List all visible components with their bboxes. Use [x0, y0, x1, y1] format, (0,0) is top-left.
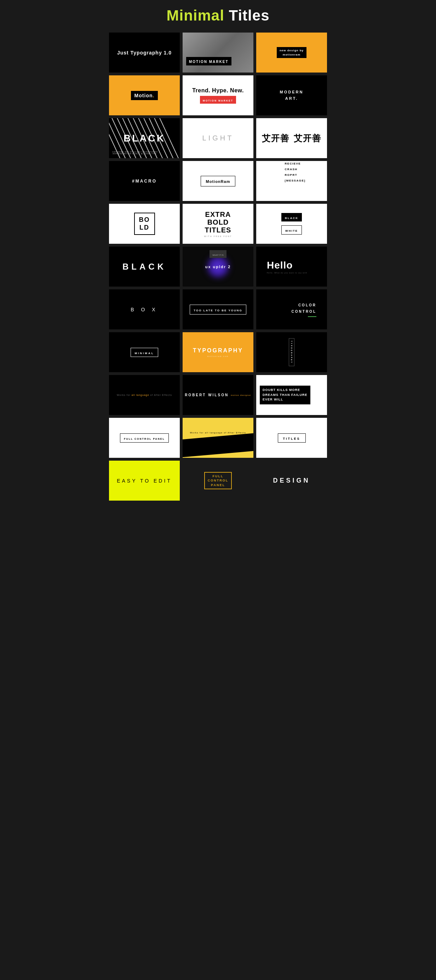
card-extra-bold[interactable]: EXTRABOLDTITLES WITH FREE FONT [183, 204, 253, 244]
card-crash-report[interactable]: RECIEVECRASHROPRT[MESSAGE] [256, 161, 327, 201]
card-minimal-bar[interactable]: MINIMAL [109, 332, 180, 372]
card-26-name: ROBERT WILSON [185, 393, 229, 397]
card-3-line2: motionram [280, 53, 304, 57]
card-vertical-text[interactable]: TYPOGRAPHY [256, 332, 327, 372]
card-23-text: TYPOGRAPHY [193, 347, 243, 354]
card-21-text: COLORCONTROL [291, 302, 317, 315]
card-14-text: EXTRABOLDTITLES [205, 210, 231, 234]
card-motionram-box[interactable]: MotionRam [183, 161, 253, 201]
card-15-white-text: WHITE [285, 229, 298, 232]
card-3-inner: new design by motionram [277, 47, 307, 58]
card-7-text: BLACK [124, 133, 165, 144]
card-design[interactable]: DESIGN [256, 461, 327, 501]
card-5-text: Trend. Hype. New. [192, 88, 244, 94]
card-too-late[interactable]: TOO LATE TO BE YOUNG [183, 290, 253, 329]
card-20-text: TOO LATE TO BE YOUNG [194, 309, 242, 312]
card-11-text: MotionRam [206, 179, 231, 184]
card-17-topbar-text: WHAT IT IS [212, 254, 223, 256]
card-13-text2: LD [139, 224, 150, 232]
card-2-text: MOTION MARKET [189, 60, 229, 64]
card-12-text: RECIEVECRASHROPRT[MESSAGE] [285, 161, 306, 184]
card-22-text: MINIMAL [134, 352, 154, 355]
card-30-text: TITLES [283, 437, 301, 441]
card-15-black-text: BLACK [285, 216, 298, 220]
card-4-text: Motion. [134, 93, 154, 99]
card-23-sub: motionram.com [207, 355, 229, 357]
card-ux-upldr[interactable]: WHAT IT IS ux upldr 2 [183, 247, 253, 286]
card-full-control-panel[interactable]: FULL CONTROL PANEL [109, 418, 180, 458]
card-28-inner: FULL CONTROL PANEL [120, 433, 169, 442]
card-robert-wilson[interactable]: ROBERT WILSON motion designer [183, 375, 253, 415]
card-trend-hype[interactable]: Trend. Hype. New. MOTION MARKET [183, 75, 253, 115]
card-3-line1: new design by [280, 48, 304, 52]
card-21-bar [308, 316, 317, 317]
card-typography-orange[interactable]: TYPOGRAPHY motionram.com [183, 332, 253, 372]
card-24-text: TYPOGRAPHY [291, 341, 293, 364]
card-27-inner: DOUBT KILLS MOREDREAMS THAN FAILUREEVER … [260, 386, 310, 404]
card-new-design[interactable]: new design by motionram [256, 33, 327, 73]
card-15-black: BLACK [282, 213, 302, 221]
card-6-text: MODERNART. [280, 89, 304, 102]
card-32-inner: FULLCONTROLPANEL [204, 472, 232, 490]
card-13-inner: BO LD [134, 213, 155, 235]
card-18-sub: Hello. What do you want to say with [267, 272, 307, 274]
card-doubt-kills[interactable]: DOUBT KILLS MOREDREAMS THAN FAILUREEVER … [256, 375, 327, 415]
card-easy-to-edit[interactable]: EASY TO EDIT [109, 461, 180, 501]
card-macro[interactable]: #MACRO [109, 161, 180, 201]
title-highlight: Minimal [167, 7, 224, 24]
card-27-text: DOUBT KILLS MOREDREAMS THAN FAILUREEVER … [263, 388, 307, 402]
card-16-text: BLACK [123, 262, 166, 272]
card-13-text1: BO [139, 216, 150, 224]
card-26-role: motion designer [231, 394, 251, 396]
card-24-inner: TYPOGRAPHY [289, 338, 294, 366]
card-25-highlight: all language [132, 394, 150, 396]
card-10-text: #MACRO [132, 179, 157, 184]
card-28-text: FULL CONTROL PANEL [124, 438, 165, 440]
card-30-inner: TITLES [278, 433, 306, 442]
card-18-text: Hello [267, 260, 293, 271]
card-bold-box[interactable]: BO LD [109, 204, 180, 244]
card-15-white: WHITE [282, 225, 302, 235]
card-black-big[interactable]: BLACK [109, 247, 180, 286]
card-9-char2: 艾开善 [294, 133, 321, 144]
title-normal: Titles [229, 7, 270, 24]
card-full-control-box[interactable]: FULLCONTROLPANEL [183, 461, 253, 501]
card-14-sub: WITH FREE FONT [204, 235, 232, 237]
card-20-inner: TOO LATE TO BE YOUNG [190, 305, 246, 315]
card-9-char1: 艾开善 [262, 133, 290, 144]
card-17-text: ux upldr 2 [205, 265, 231, 269]
card-all-language[interactable]: Works for all language of After Effects [109, 375, 180, 415]
card-31-text: EASY TO EDIT [117, 478, 172, 484]
card-black-white-bars[interactable]: BLACK WHITE [256, 204, 327, 244]
card-32-text: FULLCONTROLPANEL [208, 474, 229, 487]
card-hello[interactable]: Hello Hello. What do you want to say wit… [256, 247, 327, 286]
card-light[interactable]: LIGHT [183, 118, 253, 158]
card-33-text: DESIGN [273, 477, 310, 484]
card-titles-box[interactable]: TITLES [256, 418, 327, 458]
card-2-overlay: MOTION MARKET [186, 57, 231, 65]
card-19-text: B O X [130, 307, 158, 312]
card-7-subtext: EXPLORING NEW STYLE AND CONTEMPORARYINSP… [113, 151, 158, 154]
page-title: Minimal Titles [167, 7, 270, 24]
card-29-text: Works for all language of After Effects [190, 432, 246, 444]
card-just-typography[interactable]: Just Typography 1.0 [109, 33, 180, 73]
card-1-text: Just Typography 1.0 [117, 50, 172, 56]
card-color-control[interactable]: COLORCONTROL [256, 290, 327, 329]
card-grid: Just Typography 1.0 MOTION MARKET new de… [109, 33, 327, 501]
card-17-topbar: WHAT IT IS [210, 250, 226, 258]
card-motion-dot[interactable]: Motion. [109, 75, 180, 115]
card-8-text: LIGHT [202, 134, 234, 142]
card-11-inner: MotionRam [200, 176, 236, 186]
card-black-lines[interactable]: BLACK EXPLORING NEW STYLE AND CONTEMPORA… [109, 118, 180, 158]
card-5-badge: MOTION MARKET [200, 96, 236, 103]
card-yellow-diagonal[interactable]: Works for all language of After Effects [183, 418, 253, 458]
card-motion-market[interactable]: MOTION MARKET [183, 33, 253, 73]
card-box-text[interactable]: B O X [109, 290, 180, 329]
card-5-badge-text: MOTION MARKET [203, 99, 233, 102]
card-chinese[interactable]: 艾开善 艾开善 [256, 118, 327, 158]
card-22-inner: MINIMAL [130, 348, 158, 357]
card-25-text: Works for all language of After Effects [117, 394, 172, 396]
card-modern-art[interactable]: MODERNART. [256, 75, 327, 115]
card-2-background [183, 33, 253, 73]
card-4-inner: Motion. [131, 91, 158, 100]
